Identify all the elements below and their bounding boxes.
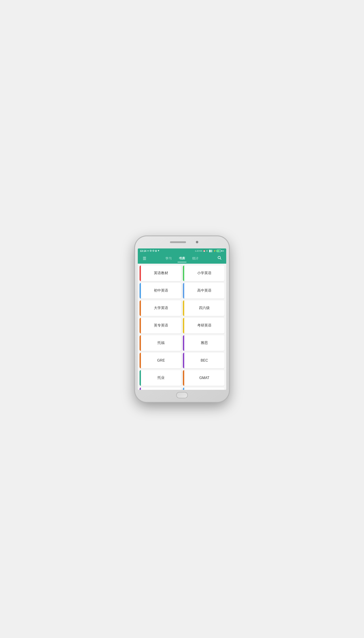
phone-speaker [170, 241, 186, 243]
toolbar: ☰ 学习 书库 统计 [138, 253, 226, 264]
card-label: 托业 [141, 375, 181, 380]
card-label: GRE [141, 358, 181, 362]
card-label: 小学英语 [184, 271, 224, 276]
card-partial-2[interactable] [183, 387, 224, 390]
status-time: 13:14 [140, 250, 146, 252]
tab-stats[interactable]: 统计 [191, 256, 200, 261]
status-right: 1.22 K/s ⏰ ≋ ▐▌▌ ⚡ 44 [195, 250, 224, 252]
card-label: 托福 [141, 341, 181, 345]
network-speed: 1.22 K/s [195, 250, 202, 252]
card-label: BEC [184, 358, 224, 362]
search-button[interactable] [216, 256, 224, 261]
card-accent [140, 387, 141, 390]
card-gmat[interactable]: GMAT [183, 370, 224, 386]
card-bec[interactable]: BEC [183, 353, 224, 368]
battery-fill [217, 250, 219, 252]
card-gaozhongyingyu[interactable]: 高中英语 [183, 283, 224, 299]
battery-icon [216, 250, 221, 252]
status-left: 13:14 ∞ ⊙ ⊙ ψ ✦ [140, 249, 160, 252]
card-label: GMAT [184, 376, 224, 380]
wifi-icon: ≋ [206, 250, 208, 252]
menu-button[interactable]: ☰ [140, 256, 148, 261]
card-xiaoxueyingyu[interactable]: 小学英语 [183, 266, 224, 281]
tab-library[interactable]: 书库 [178, 256, 186, 261]
card-kaoyanyingyu[interactable]: 考研英语 [183, 318, 224, 333]
card-yingzhuanyingyu[interactable]: 英专英语 [140, 318, 181, 333]
card-label: 大学英语 [141, 306, 181, 310]
card-label: 初中英语 [141, 288, 181, 293]
alarm-icon: ⏰ [203, 250, 206, 252]
signal-icon: ▐▌▌ [208, 250, 213, 252]
card-label: 高中英语 [184, 288, 224, 293]
phone-home-button[interactable] [176, 392, 188, 398]
card-yasi[interactable]: 雅思 [183, 335, 224, 351]
card-tuoye[interactable]: 托业 [140, 370, 181, 386]
card-label: 雅思 [184, 341, 224, 345]
card-gre[interactable]: GRE [140, 353, 181, 368]
toolbar-tabs: 学习 书库 统计 [148, 256, 216, 261]
category-grid: 英语教材 小学英语 初中英语 高中英语 大学英语 [140, 266, 224, 390]
card-label: 英专英语 [141, 323, 181, 328]
screen: 13:14 ∞ ⊙ ⊙ ψ ✦ 1.22 K/s ⏰ ≋ ▐▌▌ ⚡ 44 ☰ … [138, 249, 226, 390]
card-chuzhongyingyu[interactable]: 初中英语 [140, 283, 181, 299]
status-icons: ∞ ⊙ ⊙ ψ ✦ [147, 249, 160, 252]
card-partial-1[interactable] [140, 387, 181, 390]
lightning-icon: ⚡ [214, 250, 216, 252]
phone-camera [196, 241, 198, 243]
card-label: 英语教材 [141, 271, 181, 276]
tab-study[interactable]: 学习 [164, 256, 173, 261]
card-daxueyingyu[interactable]: 大学英语 [140, 300, 181, 316]
content-area: 英语教材 小学英语 初中英语 高中英语 大学英语 [138, 264, 226, 390]
card-label: 四六级 [184, 306, 224, 310]
card-accent [183, 387, 184, 390]
phone-frame: 13:14 ∞ ⊙ ⊙ ψ ✦ 1.22 K/s ⏰ ≋ ▐▌▌ ⚡ 44 ☰ … [135, 236, 229, 402]
status-bar: 13:14 ∞ ⊙ ⊙ ψ ✦ 1.22 K/s ⏰ ≋ ▐▌▌ ⚡ 44 [138, 249, 226, 253]
card-sijuji[interactable]: 四六级 [183, 300, 224, 316]
svg-line-1 [220, 259, 221, 260]
battery-level: 44 [222, 250, 224, 252]
card-yingyujiaocai[interactable]: 英语教材 [140, 266, 181, 281]
card-label: 考研英语 [184, 323, 224, 328]
card-tuofu[interactable]: 托福 [140, 335, 181, 351]
